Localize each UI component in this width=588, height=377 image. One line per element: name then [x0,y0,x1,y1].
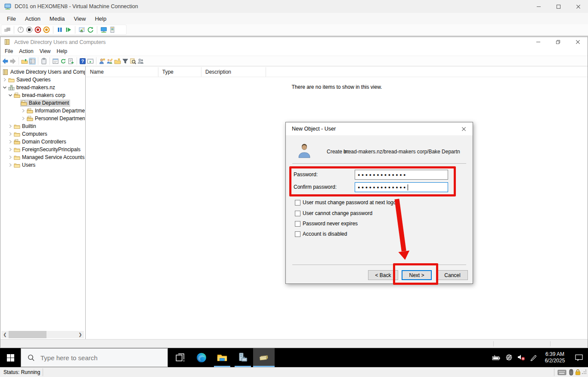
tree-item-label: Domain Controllers [22,139,66,145]
clipboard-icon[interactable] [40,58,47,65]
enhanced-session-icon[interactable] [100,26,107,33]
vm-maximize-button[interactable] [548,0,568,13]
tree-horizontal-scrollbar[interactable]: ❮ ❯ [1,331,84,338]
double-user-icon[interactable] [137,58,144,65]
hyperv-vm-icon [4,3,11,10]
column-header-name[interactable]: Name [86,67,158,77]
chevron-down-icon[interactable] [2,84,8,90]
turn-off-icon[interactable] [43,26,50,33]
chevron-right-icon[interactable] [7,131,13,137]
export-list-icon[interactable] [68,58,74,65]
chevron-right-icon[interactable] [20,108,26,114]
taskbar-search[interactable] [21,348,168,367]
tree-item[interactable]: Users [0,161,85,169]
start-button[interactable] [0,348,21,367]
taskbar-app-aduc-app[interactable] [253,348,275,367]
power-icon[interactable] [17,26,24,33]
refresh-icon[interactable] [60,58,67,65]
chevron-right-icon[interactable] [7,123,13,129]
aduc-menu-view[interactable]: View [40,48,51,54]
checkbox[interactable] [295,221,300,227]
taskbar-clock[interactable]: 6:39 AM 6/2/2025 [542,351,568,364]
battery-icon[interactable] [492,355,501,361]
up-one-level-icon[interactable] [21,58,28,65]
action-center-icon[interactable] [572,354,586,361]
new-group-icon[interactable] [106,58,113,65]
tree-item[interactable]: Bake Department [0,99,85,107]
console-window-icon[interactable] [87,58,94,65]
dialog-close-button[interactable] [455,122,473,135]
help-icon[interactable]: ? [79,58,86,65]
properties-icon[interactable] [52,58,59,65]
vm-menu-view[interactable]: View [74,16,86,22]
aduc-titlebar: Active Directory Users and Computers [0,37,588,47]
aduc-menu-file[interactable]: File [5,48,13,54]
new-user-icon[interactable] [99,58,105,65]
tree-item[interactable]: Domain Controllers [0,138,85,146]
chevron-right-icon[interactable] [7,146,13,153]
vm-minimize-button[interactable] [529,0,548,13]
aduc-menu-help[interactable]: Help [57,48,68,54]
resume-icon[interactable] [65,26,72,33]
tree-item[interactable]: Managed Service Accounts [0,153,85,161]
pen-icon[interactable] [530,354,537,361]
checkpoint-icon[interactable] [78,26,85,33]
scrollbar-thumb[interactable] [9,331,46,338]
new-ou-icon[interactable] [114,58,121,65]
search-input[interactable] [40,354,161,361]
ctrl-alt-del-icon[interactable] [4,26,11,33]
chevron-down-icon[interactable] [7,92,13,98]
back-icon[interactable] [2,58,9,65]
volume-muted-icon[interactable] [517,353,526,361]
chevron-right-icon[interactable] [7,154,13,160]
chevron-right-icon[interactable] [7,162,13,168]
chevron-right-icon[interactable] [7,139,13,145]
vm-menu-file[interactable]: File [7,16,16,22]
revert-icon[interactable] [87,26,94,33]
checkbox[interactable] [295,200,300,206]
taskbar-app-edge[interactable] [191,348,212,367]
aduc-restore-button[interactable] [548,37,568,47]
folder-icon [14,131,20,137]
column-header-type[interactable]: Type [158,67,201,77]
tree-item[interactable]: Saved Queries [0,76,85,84]
tree-item-label: Active Directory Users and Computers [10,69,85,75]
tree-item[interactable]: bread-makers.nz [0,84,85,91]
vm-close-button[interactable] [568,0,588,13]
aduc-close-button[interactable] [568,37,588,47]
devices-icon[interactable] [109,26,116,33]
scroll-left-arrow[interactable]: ❮ [1,331,9,338]
tree-item[interactable]: Information Department [0,107,85,115]
cancel-button[interactable]: Cancel [437,270,468,280]
tree-item[interactable]: Builtin [0,122,85,130]
tree-item[interactable]: ForeignSecurityPrincipals [0,146,85,153]
chevron-right-icon[interactable] [2,77,8,83]
network-globe-icon[interactable] [505,354,513,361]
tree-item[interactable]: bread-makers corp [0,91,85,99]
taskbar-app-file-explorer[interactable] [212,348,232,367]
aduc-minimize-button[interactable] [528,37,548,47]
tree-item[interactable]: Active Directory Users and Computers [0,68,85,76]
aduc-menu-action[interactable]: Action [19,48,33,54]
filter-icon[interactable] [122,58,129,65]
divider [292,265,466,265]
column-header-description[interactable]: Description [201,67,266,77]
checkbox[interactable] [295,211,300,216]
tree-item[interactable]: Computers [0,130,85,138]
find-icon[interactable] [130,58,136,65]
vm-menu-action[interactable]: Action [25,16,40,22]
taskbar-app-task-view[interactable] [170,348,189,367]
domain-icon [8,84,15,91]
stop-icon[interactable] [26,26,33,33]
checkbox[interactable] [295,231,300,237]
pause-icon[interactable] [56,26,63,33]
forward-icon[interactable] [9,58,16,65]
vm-menu-media[interactable]: Media [50,16,65,22]
scroll-right-arrow[interactable]: ❯ [77,331,84,338]
taskbar-app-server-manager[interactable] [232,348,253,367]
vm-menu-help[interactable]: Help [95,16,106,22]
chevron-right-icon[interactable] [20,115,26,122]
shutdown-icon[interactable] [34,26,41,33]
tree-toggle-icon[interactable] [29,58,36,65]
tree-item[interactable]: Personnel Department [0,115,85,122]
